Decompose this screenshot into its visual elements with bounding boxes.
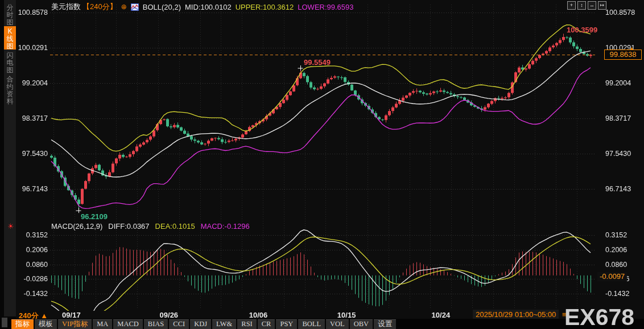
low-price-annotation: 96.2109 xyxy=(81,212,108,221)
sidebar-tab-4[interactable]: 合约资料 xyxy=(4,74,16,106)
price-axis-label-r: 100.8578 xyxy=(605,9,635,17)
price-axis-label-l: 98.3717 xyxy=(16,114,48,122)
toolbar-item-MA[interactable]: MA xyxy=(93,319,112,329)
toolbar-item-BIAS[interactable]: BIAS xyxy=(144,319,168,329)
boll-mid-value: MID:100.0102 xyxy=(185,3,232,11)
price-axis-label-l: 96.7143 xyxy=(16,185,48,193)
toolbar-item-VIP指标[interactable]: VIP指标 xyxy=(58,319,92,329)
toolbar-item-CR[interactable]: CR xyxy=(258,319,275,329)
peak-price-annotation: 100.3599 xyxy=(567,26,597,34)
x-axis-date: 10/24 xyxy=(428,311,453,319)
price-axis-label-l: 97.5430 xyxy=(16,150,48,158)
toolbar-item-CCI[interactable]: CCI xyxy=(169,319,189,329)
kline-icon xyxy=(131,3,139,11)
sidebar-tab-3[interactable]: 闪电图 xyxy=(4,50,16,73)
price-axis-label-r: 99.2004 xyxy=(605,79,631,87)
toolbar-item-模板[interactable]: 模板 xyxy=(35,319,57,329)
price-axis-label-r: 96.7143 xyxy=(605,185,631,193)
indicator-toolbar: 指标模板VIP指标MAMACDBIASCCIKDJLW&RSICRPSYBOLL… xyxy=(0,319,644,329)
toolbar-item-RSI[interactable]: RSI xyxy=(237,319,256,329)
toolbar-item-KDJ[interactable]: KDJ xyxy=(190,319,211,329)
fit-horizontal-icon[interactable]: ↔ xyxy=(588,1,596,10)
macd-current-badge: -0.0097 xyxy=(597,272,627,281)
macd-axis-label-l: 0.0860 xyxy=(16,261,48,269)
price-up-arrow-icon: ▲ xyxy=(629,46,634,51)
boll-upper-value: UPPER:100.3612 xyxy=(236,3,294,11)
period-label: 【240分】 xyxy=(82,2,117,12)
chart-tool-icons: +↕↔↦ xyxy=(567,1,606,10)
macd-axis-label-r: 0.3152 xyxy=(605,231,627,239)
x-axis-date: 09/17 xyxy=(59,311,84,319)
macd-title[interactable]: MACD(26,12,9) xyxy=(51,222,102,231)
x-axis-date: 09/26 xyxy=(156,311,181,319)
x-axis-date: 10/15 xyxy=(334,311,359,319)
bar-datetime-range: 2025/10/29 01:00~05:00 xyxy=(473,310,559,319)
toolbar-item-MACD[interactable]: MACD xyxy=(113,319,143,329)
toolbar-item-OBV[interactable]: OBV xyxy=(350,319,373,329)
fit-vertical-icon[interactable]: ↕ xyxy=(577,1,586,10)
toolbar-item-VOL[interactable]: VOL xyxy=(326,319,349,329)
macd-diff-value: DIFF:0.0367 xyxy=(108,222,149,231)
alert-icon[interactable]: ☀ xyxy=(7,222,14,231)
macd-hist-value: MACD:-0.1296 xyxy=(201,222,250,231)
macd-axis-label-l: 0.3152 xyxy=(16,231,48,239)
indicator-name[interactable]: BOLL(20,2) xyxy=(143,3,181,11)
price-axis-label-r: 98.3717 xyxy=(605,114,631,122)
boll-lower-value: LOWER:99.6593 xyxy=(298,3,353,11)
macd-axis-label-l: -0.0286 xyxy=(16,275,48,283)
price-axis-label-l: 99.2004 xyxy=(16,79,48,87)
macd-dea-value: DEA:0.1015 xyxy=(155,222,195,231)
sidebar-tab-2[interactable]: K线图 xyxy=(4,26,16,50)
toolbar-item-LW&[interactable]: LW& xyxy=(212,319,236,329)
price-axis-label-l: 100.0291 xyxy=(16,44,48,52)
swing-high-annotation: 99.5549 xyxy=(304,58,331,67)
symbol-name: 美元指数 xyxy=(51,2,81,12)
price-axis-label-r: 97.5430 xyxy=(605,150,631,158)
macd-axis-label-r: 0.2006 xyxy=(605,246,627,254)
macd-axis-label-r: 0.0860 xyxy=(605,261,627,269)
menu-icon[interactable]: ≡ xyxy=(562,310,567,319)
toolbar-item-设置[interactable]: 设置 xyxy=(374,319,396,329)
crosshair-icon[interactable]: + xyxy=(567,1,576,10)
toolbar-item-BOLL[interactable]: BOLL xyxy=(298,319,325,329)
collapse-icon[interactable]: ⊕ xyxy=(121,3,127,11)
chart-header: 美元指数【240分】 ⊕ BOLL(20,2) MID:100.0102 UPP… xyxy=(51,2,354,12)
macd-axis-label-l: 0.2006 xyxy=(16,246,48,254)
sidebar-tab-1[interactable]: 分时图 xyxy=(4,2,16,26)
toolbar-item-指标[interactable]: 指标 xyxy=(11,319,34,329)
x-axis-date: 10/06 xyxy=(246,311,271,319)
shift-right-icon[interactable]: ↦ xyxy=(598,1,606,10)
current-price-badge: 99.8638 xyxy=(604,50,642,60)
corner-box xyxy=(2,318,7,327)
price-axis-label-l: 100.8578 xyxy=(16,9,48,17)
candlestick-chart[interactable] xyxy=(0,0,644,329)
macd-header: MACD(26,12,9) DIFF:0.0367 DEA:0.1015 MAC… xyxy=(51,222,250,231)
macd-axis-label-l: -0.1432 xyxy=(16,290,48,298)
macd-axis-label-r: -0.1432 xyxy=(605,290,629,298)
toolbar-item-PSY[interactable]: PSY xyxy=(276,319,297,329)
